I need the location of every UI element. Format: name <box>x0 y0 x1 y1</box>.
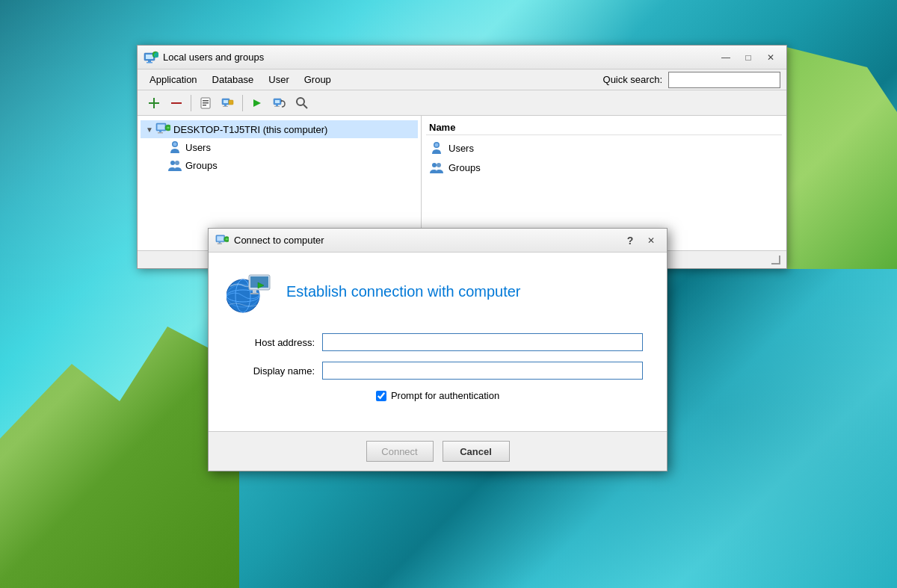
host-address-label: Host address: <box>232 337 315 348</box>
tree-node-users[interactable]: Users <box>164 138 418 156</box>
host-address-row: Host address: <box>232 333 643 351</box>
svg-rect-22 <box>274 106 280 107</box>
toolbar-refresh-button[interactable] <box>269 93 290 113</box>
auth-checkbox-label[interactable]: Prompt for authentication <box>391 390 499 401</box>
svg-point-34 <box>175 161 179 165</box>
toolbar <box>138 90 786 116</box>
svg-rect-21 <box>276 105 278 106</box>
users-node-label: Users <box>185 142 211 153</box>
title-bar: 🌐 Local users and groups — □ ✕ <box>138 46 786 69</box>
dialog-title-bar: Connect to computer ? ✕ <box>209 229 667 253</box>
svg-rect-27 <box>158 125 165 130</box>
menu-user[interactable]: User <box>262 72 295 87</box>
dialog-help-button[interactable]: ? <box>622 233 638 248</box>
svg-point-32 <box>173 143 177 146</box>
svg-point-37 <box>432 163 437 167</box>
display-name-label: Display name: <box>232 365 315 377</box>
svg-point-33 <box>170 161 175 165</box>
groups-icon <box>167 158 182 173</box>
tree-node-computer[interactable]: ▼ DESKTOP-T1J5TRI (this computer) <box>141 120 418 138</box>
right-users-icon <box>429 140 444 155</box>
svg-rect-17 <box>229 100 233 105</box>
users-icon <box>167 140 182 155</box>
svg-rect-40 <box>217 236 224 241</box>
svg-rect-8 <box>171 102 182 104</box>
svg-rect-7 <box>149 102 159 104</box>
tree-node-groups[interactable]: Groups <box>164 156 418 174</box>
display-name-input[interactable] <box>322 362 643 380</box>
app-title: Local users and groups <box>163 52 264 63</box>
svg-rect-2 <box>148 61 151 62</box>
groups-node-label: Groups <box>185 160 218 171</box>
toolbar-navigate-button[interactable] <box>247 93 268 113</box>
toolbar-search-button[interactable] <box>292 93 312 113</box>
svg-rect-15 <box>224 105 226 106</box>
dialog-app-icon <box>215 233 229 248</box>
svg-rect-10 <box>203 100 209 102</box>
dialog-close-button[interactable]: ✕ <box>641 232 661 249</box>
svg-rect-14 <box>224 100 228 103</box>
title-bar-left: 🌐 Local users and groups <box>144 50 264 65</box>
right-users-label: Users <box>449 143 474 154</box>
toolbar-separator-1 <box>191 95 191 111</box>
right-groups-label: Groups <box>449 162 481 173</box>
minimize-button[interactable]: — <box>716 49 736 66</box>
toolbar-separator-2 <box>242 95 243 111</box>
svg-text:🌐: 🌐 <box>154 52 158 58</box>
quick-search-input[interactable] <box>668 72 780 88</box>
dialog-header-section: Establish connection with computer <box>226 267 649 315</box>
right-item-users[interactable]: Users <box>426 138 782 158</box>
menu-bar: Application Database User Group Quick se… <box>138 69 786 90</box>
toolbar-properties-button[interactable] <box>195 93 216 113</box>
dialog-title-text: Connect to computer <box>234 235 324 246</box>
form-section: Host address: Display name: <box>226 333 649 380</box>
tree-expand-icon[interactable]: ▼ <box>144 123 155 135</box>
maximize-button[interactable]: □ <box>739 49 758 66</box>
computer-node-label: DESKTOP-T1J5TRI (this computer) <box>173 124 327 135</box>
name-column-header: Name <box>429 122 455 133</box>
app-icon: 🌐 <box>144 50 158 65</box>
right-item-groups[interactable]: Groups <box>426 158 782 177</box>
svg-rect-41 <box>219 241 221 243</box>
toolbar-add-button[interactable] <box>144 93 164 113</box>
dialog-controls: ? ✕ <box>622 232 661 249</box>
auth-checkbox[interactable] <box>376 391 386 401</box>
dialog-main-icon <box>226 267 274 315</box>
svg-rect-3 <box>147 62 152 64</box>
toolbar-remove-button[interactable] <box>166 93 187 113</box>
svg-rect-11 <box>203 102 209 104</box>
svg-point-24 <box>297 98 304 105</box>
svg-point-36 <box>435 143 439 147</box>
menu-database[interactable]: Database <box>206 72 260 87</box>
toolbar-connect-button[interactable] <box>218 93 238 113</box>
quick-search-label: Quick search: <box>603 74 662 85</box>
window-controls: — □ ✕ <box>716 49 780 66</box>
svg-rect-28 <box>159 131 161 132</box>
menu-application[interactable]: Application <box>144 72 203 87</box>
host-address-input[interactable] <box>322 333 643 351</box>
dialog-title-left: Connect to computer <box>215 233 324 248</box>
svg-rect-50 <box>253 290 256 293</box>
svg-rect-51 <box>250 293 259 294</box>
right-panel-header: Name <box>426 120 782 135</box>
dialog-footer: Connect Cancel <box>209 431 667 471</box>
svg-rect-29 <box>158 132 163 134</box>
svg-marker-18 <box>253 99 261 107</box>
checkbox-row: Prompt for authentication <box>226 390 649 401</box>
svg-rect-20 <box>275 100 280 103</box>
svg-rect-1 <box>146 55 153 59</box>
svg-line-25 <box>303 105 307 108</box>
display-name-row: Display name: <box>232 362 643 380</box>
connect-dialog: Connect to computer ? ✕ <box>208 228 668 471</box>
svg-marker-23 <box>281 99 283 102</box>
cancel-button[interactable]: Cancel <box>443 441 510 462</box>
menu-group[interactable]: Group <box>298 72 337 87</box>
svg-point-38 <box>437 163 441 167</box>
tree-children: Users Groups <box>164 138 418 174</box>
svg-rect-42 <box>218 243 222 244</box>
right-groups-icon <box>429 160 444 175</box>
close-button[interactable]: ✕ <box>761 49 780 66</box>
computer-icon <box>155 122 170 137</box>
resize-handle[interactable] <box>771 256 780 264</box>
connect-button[interactable]: Connect <box>366 441 434 462</box>
